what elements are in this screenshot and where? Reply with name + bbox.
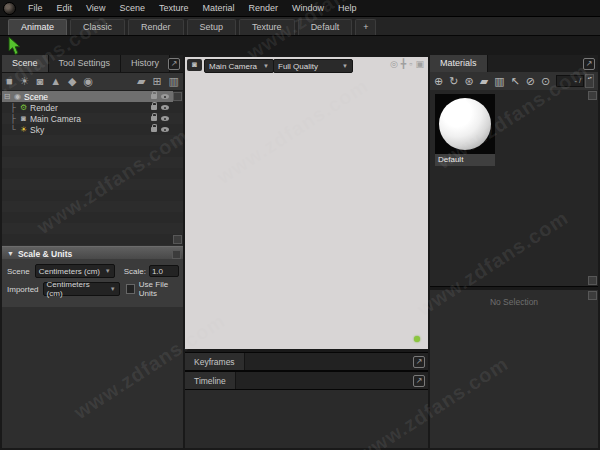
tree-label-sky: Sky bbox=[30, 125, 44, 135]
lock-icon[interactable] bbox=[151, 94, 157, 99]
menu-texture[interactable]: Texture bbox=[152, 1, 196, 15]
viewport-nav-tools: ◎ ╋ ▫ ▣ bbox=[390, 59, 424, 69]
select-by-material-icon[interactable]: ⊙ bbox=[541, 75, 550, 87]
scrollbar-button[interactable] bbox=[173, 235, 182, 244]
workspace-tab-add-button[interactable]: + bbox=[355, 19, 376, 35]
menu-scene[interactable]: Scene bbox=[112, 1, 152, 15]
app-logo-icon[interactable] bbox=[3, 2, 16, 15]
add-object-icon[interactable]: ■ bbox=[6, 76, 13, 87]
timeline-area bbox=[185, 390, 428, 448]
load-folder-icon[interactable]: ▰ bbox=[137, 76, 145, 87]
scale-input[interactable] bbox=[149, 265, 179, 277]
quality-select-dropdown[interactable]: Full Quality ▼ bbox=[273, 59, 353, 73]
menu-file[interactable]: File bbox=[21, 1, 50, 15]
scrollbar-button[interactable] bbox=[588, 91, 597, 100]
eye-icon[interactable] bbox=[161, 94, 169, 99]
workspace-tab-animate[interactable]: Animate bbox=[8, 19, 67, 35]
viewport-camera-icon[interactable]: ◙ bbox=[187, 59, 202, 71]
scene-toolbar: ■ ☀ ◙ ▲ ◆ ◉ ▰ ⊞ ▥ bbox=[2, 73, 183, 91]
pick-material-icon[interactable]: ↖ bbox=[511, 75, 520, 87]
eye-icon[interactable] bbox=[161, 105, 169, 110]
menu-help[interactable]: Help bbox=[331, 1, 364, 15]
tree-row-sky[interactable]: └ ☀ Sky bbox=[2, 124, 173, 135]
detach-timeline-icon[interactable]: ↗ bbox=[413, 375, 425, 387]
branch-end-connector: └ bbox=[8, 125, 18, 134]
scene-units-dropdown[interactable]: Centimeters (cm) ▼ bbox=[35, 264, 115, 278]
workspace-tab-setup[interactable]: Setup bbox=[187, 19, 237, 35]
eye-icon[interactable] bbox=[161, 116, 169, 121]
eye-icon[interactable] bbox=[161, 127, 169, 132]
panel-collapse-button[interactable] bbox=[172, 250, 181, 259]
orbit-icon[interactable]: ◎ bbox=[390, 59, 398, 69]
zoom-icon[interactable]: ▫ bbox=[409, 59, 412, 69]
imported-units-label: Imported bbox=[7, 285, 39, 294]
add-camera-icon[interactable]: ◙ bbox=[37, 76, 44, 87]
load-material-folder-icon[interactable]: ▰ bbox=[480, 75, 488, 87]
keyframes-tab[interactable]: Keyframes bbox=[185, 353, 245, 370]
frame-icon[interactable]: ▣ bbox=[415, 59, 424, 69]
imported-units-value: Centimeters (cm) bbox=[47, 280, 106, 298]
lock-icon[interactable] bbox=[151, 127, 157, 132]
delete-icon[interactable]: ▥ bbox=[169, 76, 179, 87]
menu-render[interactable]: Render bbox=[241, 1, 285, 15]
tree-row-render[interactable]: ├ ⚙ Render bbox=[2, 102, 173, 113]
workspace-tab-texture[interactable]: Texture bbox=[239, 19, 295, 35]
scrollbar-button[interactable] bbox=[588, 291, 597, 300]
clean-materials-icon[interactable]: ⊛ bbox=[464, 75, 473, 87]
dropdown-arrow-icon: ▼ bbox=[101, 268, 111, 274]
tab-materials[interactable]: Materials bbox=[430, 55, 488, 72]
lock-icon[interactable] bbox=[151, 105, 157, 110]
viewport-3d[interactable]: ◙ Main Camera ▼ Full Quality ▼ ◎ ╋ ▫ ▣ bbox=[185, 57, 428, 349]
delete-material-icon[interactable]: ▥ bbox=[494, 75, 504, 87]
scale-units-title: Scale & Units bbox=[18, 249, 72, 259]
material-index-field[interactable]: - / bbox=[556, 75, 584, 87]
detach-materials-icon[interactable]: ↗ bbox=[583, 58, 595, 70]
camera-select-dropdown[interactable]: Main Camera ▼ bbox=[204, 59, 274, 73]
scrollbar-button[interactable] bbox=[173, 92, 182, 101]
assign-material-icon[interactable]: ⊘ bbox=[526, 75, 535, 87]
expander-icon[interactable]: ⊟ bbox=[2, 92, 12, 101]
dropdown-arrow-icon: ▼ bbox=[257, 63, 269, 69]
tab-scene[interactable]: Scene bbox=[2, 55, 49, 72]
add-landscape-icon[interactable]: ▲ bbox=[50, 76, 61, 87]
tree-label-scene: Scene bbox=[24, 92, 48, 102]
add-material-icon[interactable]: ⊕ bbox=[434, 75, 443, 87]
tab-tool-settings[interactable]: Tool Settings bbox=[49, 55, 122, 72]
workspace-tab-classic[interactable]: Classic bbox=[70, 19, 125, 35]
detach-keyframes-icon[interactable]: ↗ bbox=[413, 356, 425, 368]
add-material-icon[interactable]: ◉ bbox=[84, 76, 94, 87]
detach-panel-icon[interactable]: ↗ bbox=[168, 58, 180, 70]
use-file-units-checkbox[interactable] bbox=[126, 284, 135, 294]
reload-material-icon[interactable]: ↻ bbox=[449, 75, 458, 87]
lock-icon[interactable] bbox=[151, 116, 157, 121]
app-window: File Edit View Scene Texture Material Re… bbox=[0, 0, 600, 450]
menu-view[interactable]: View bbox=[79, 1, 112, 15]
timeline-tab[interactable]: Timeline bbox=[185, 372, 236, 389]
material-name-label: Default bbox=[435, 154, 495, 166]
workspace-tab-render[interactable]: Render bbox=[128, 19, 184, 35]
tree-row-main-camera[interactable]: ├ ◙ Main Camera bbox=[2, 113, 173, 124]
sky-object-icon: ☀ bbox=[18, 125, 29, 134]
material-thumbnail-default[interactable] bbox=[435, 94, 495, 154]
duplicate-icon[interactable]: ⊞ bbox=[152, 76, 161, 87]
tree-row-scene[interactable]: ⊟ ◉ Scene bbox=[2, 91, 173, 102]
pan-icon[interactable]: ╋ bbox=[401, 59, 406, 69]
menu-window[interactable]: Window bbox=[285, 1, 331, 15]
tab-history[interactable]: History bbox=[121, 55, 170, 72]
dropdown-arrow-icon: ▼ bbox=[336, 63, 348, 69]
menu-material[interactable]: Material bbox=[195, 1, 241, 15]
add-light-icon[interactable]: ☀ bbox=[20, 76, 30, 87]
collapse-arrow-icon: ▼ bbox=[7, 250, 14, 257]
render-status-indicator bbox=[414, 336, 420, 342]
workspace-tab-default[interactable]: Default bbox=[298, 19, 353, 35]
imported-units-dropdown[interactable]: Centimeters (cm) ▼ bbox=[43, 282, 120, 296]
add-tag-icon[interactable]: ◆ bbox=[68, 76, 76, 87]
menu-edit[interactable]: Edit bbox=[50, 1, 80, 15]
properties-panel: No Selection bbox=[430, 290, 598, 448]
scrollbar-button[interactable] bbox=[588, 276, 597, 285]
keyframes-bar: Keyframes ↗ bbox=[185, 352, 428, 371]
dropdown-arrow-icon: ▼ bbox=[106, 286, 116, 292]
workspace-tab-bar: Animate Classic Render Setup Texture Def… bbox=[0, 17, 600, 36]
material-index-stepper[interactable]: ▴▾ bbox=[585, 74, 594, 88]
scale-units-header[interactable]: ▼ Scale & Units bbox=[2, 246, 183, 260]
